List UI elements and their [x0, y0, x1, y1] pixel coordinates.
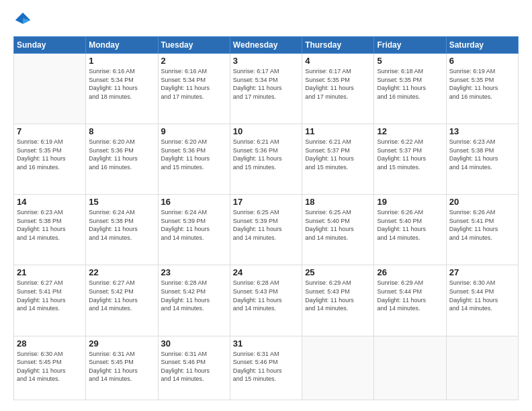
day-info: Sunrise: 6:20 AMSunset: 5:36 PMDaylight:… — [89, 138, 154, 171]
day-number: 24 — [233, 267, 299, 277]
day-info: Sunrise: 6:29 AMSunset: 5:43 PMDaylight:… — [305, 279, 371, 312]
day-number: 23 — [161, 267, 227, 277]
day-info: Sunrise: 6:18 AMSunset: 5:35 PMDaylight:… — [377, 67, 443, 101]
logo — [13, 11, 35, 30]
calendar-cell — [302, 336, 374, 400]
calendar-cell: 10Sunrise: 6:21 AMSunset: 5:36 PMDayligh… — [230, 124, 302, 195]
day-number: 4 — [305, 56, 371, 66]
day-number: 27 — [449, 267, 515, 277]
day-info: Sunrise: 6:22 AMSunset: 5:37 PMDaylight:… — [377, 138, 443, 171]
day-info: Sunrise: 6:16 AMSunset: 5:34 PMDaylight:… — [161, 67, 227, 101]
day-info: Sunrise: 6:26 AMSunset: 5:40 PMDaylight:… — [377, 208, 443, 242]
calendar-cell: 23Sunrise: 6:28 AMSunset: 5:42 PMDayligh… — [158, 265, 230, 336]
day-number: 19 — [377, 197, 443, 207]
day-info: Sunrise: 6:21 AMSunset: 5:37 PMDaylight:… — [305, 138, 371, 171]
day-info: Sunrise: 6:20 AMSunset: 5:36 PMDaylight:… — [161, 138, 227, 171]
calendar-cell: 31Sunrise: 6:31 AMSunset: 5:46 PMDayligh… — [230, 336, 302, 400]
header — [13, 11, 519, 30]
calendar-cell: 9Sunrise: 6:20 AMSunset: 5:36 PMDaylight… — [158, 124, 230, 195]
weekday-header-saturday: Saturday — [446, 37, 518, 54]
day-number: 11 — [305, 126, 371, 136]
day-info: Sunrise: 6:23 AMSunset: 5:38 PMDaylight:… — [17, 208, 83, 242]
day-number: 8 — [89, 126, 154, 136]
week-row-3: 14Sunrise: 6:23 AMSunset: 5:38 PMDayligh… — [14, 195, 519, 265]
day-info: Sunrise: 6:31 AMSunset: 5:46 PMDaylight:… — [161, 350, 227, 383]
day-info: Sunrise: 6:28 AMSunset: 5:42 PMDaylight:… — [161, 279, 227, 312]
day-number: 16 — [161, 197, 227, 207]
day-info: Sunrise: 6:30 AMSunset: 5:45 PMDaylight:… — [17, 350, 83, 383]
day-number: 22 — [89, 267, 154, 277]
day-number: 6 — [449, 56, 515, 66]
day-info: Sunrise: 6:17 AMSunset: 5:35 PMDaylight:… — [305, 67, 371, 101]
calendar-cell: 2Sunrise: 6:16 AMSunset: 5:34 PMDaylight… — [158, 54, 230, 124]
calendar-cell: 4Sunrise: 6:17 AMSunset: 5:35 PMDaylight… — [302, 54, 374, 124]
calendar-cell: 26Sunrise: 6:29 AMSunset: 5:44 PMDayligh… — [374, 265, 446, 336]
day-info: Sunrise: 6:21 AMSunset: 5:36 PMDaylight:… — [233, 138, 299, 171]
day-info: Sunrise: 6:19 AMSunset: 5:35 PMDaylight:… — [449, 67, 515, 101]
calendar-cell — [14, 54, 86, 124]
calendar-cell: 7Sunrise: 6:19 AMSunset: 5:35 PMDaylight… — [14, 124, 86, 195]
calendar-cell: 19Sunrise: 6:26 AMSunset: 5:40 PMDayligh… — [374, 195, 446, 265]
day-number: 30 — [161, 338, 227, 349]
weekday-header-row: SundayMondayTuesdayWednesdayThursdayFrid… — [14, 37, 519, 54]
day-number: 28 — [17, 338, 83, 349]
week-row-2: 7Sunrise: 6:19 AMSunset: 5:35 PMDaylight… — [14, 124, 519, 195]
day-number: 21 — [17, 267, 83, 277]
day-info: Sunrise: 6:30 AMSunset: 5:44 PMDaylight:… — [449, 279, 515, 312]
day-info: Sunrise: 6:26 AMSunset: 5:41 PMDaylight:… — [449, 208, 515, 242]
day-number: 10 — [233, 126, 299, 136]
day-number: 26 — [377, 267, 443, 277]
day-info: Sunrise: 6:31 AMSunset: 5:46 PMDaylight:… — [233, 350, 299, 383]
day-info: Sunrise: 6:28 AMSunset: 5:43 PMDaylight:… — [233, 279, 299, 312]
day-info: Sunrise: 6:25 AMSunset: 5:39 PMDaylight:… — [233, 208, 299, 242]
calendar-cell: 13Sunrise: 6:23 AMSunset: 5:38 PMDayligh… — [446, 124, 518, 195]
weekday-header-thursday: Thursday — [302, 37, 374, 54]
calendar-cell: 5Sunrise: 6:18 AMSunset: 5:35 PMDaylight… — [374, 54, 446, 124]
calendar-cell: 16Sunrise: 6:24 AMSunset: 5:39 PMDayligh… — [158, 195, 230, 265]
day-info: Sunrise: 6:24 AMSunset: 5:38 PMDaylight:… — [89, 208, 154, 242]
day-number: 1 — [89, 56, 154, 66]
calendar-cell: 3Sunrise: 6:17 AMSunset: 5:34 PMDaylight… — [230, 54, 302, 124]
day-number: 9 — [161, 126, 227, 136]
day-info: Sunrise: 6:23 AMSunset: 5:38 PMDaylight:… — [449, 138, 515, 171]
day-info: Sunrise: 6:25 AMSunset: 5:40 PMDaylight:… — [305, 208, 371, 242]
day-number: 14 — [17, 197, 83, 207]
calendar-cell: 12Sunrise: 6:22 AMSunset: 5:37 PMDayligh… — [374, 124, 446, 195]
calendar-cell: 17Sunrise: 6:25 AMSunset: 5:39 PMDayligh… — [230, 195, 302, 265]
day-info: Sunrise: 6:27 AMSunset: 5:42 PMDaylight:… — [89, 279, 154, 312]
day-info: Sunrise: 6:29 AMSunset: 5:44 PMDaylight:… — [377, 279, 443, 312]
calendar-cell: 30Sunrise: 6:31 AMSunset: 5:46 PMDayligh… — [158, 336, 230, 400]
day-number: 20 — [449, 197, 515, 207]
day-number: 15 — [89, 197, 154, 207]
calendar-cell — [374, 336, 446, 400]
calendar-cell: 14Sunrise: 6:23 AMSunset: 5:38 PMDayligh… — [14, 195, 86, 265]
day-number: 13 — [449, 126, 515, 136]
page: SundayMondayTuesdayWednesdayThursdayFrid… — [0, 0, 532, 411]
calendar-cell: 8Sunrise: 6:20 AMSunset: 5:36 PMDaylight… — [86, 124, 158, 195]
day-number: 25 — [305, 267, 371, 277]
calendar-cell: 21Sunrise: 6:27 AMSunset: 5:41 PMDayligh… — [14, 265, 86, 336]
weekday-header-friday: Friday — [374, 37, 446, 54]
calendar-cell: 25Sunrise: 6:29 AMSunset: 5:43 PMDayligh… — [302, 265, 374, 336]
day-number: 3 — [233, 56, 299, 66]
calendar-cell: 11Sunrise: 6:21 AMSunset: 5:37 PMDayligh… — [302, 124, 374, 195]
weekday-header-wednesday: Wednesday — [230, 37, 302, 54]
day-number: 17 — [233, 197, 299, 207]
calendar-cell: 15Sunrise: 6:24 AMSunset: 5:38 PMDayligh… — [86, 195, 158, 265]
day-number: 18 — [305, 197, 371, 207]
calendar-cell: 24Sunrise: 6:28 AMSunset: 5:43 PMDayligh… — [230, 265, 302, 336]
calendar-cell: 1Sunrise: 6:16 AMSunset: 5:34 PMDaylight… — [86, 54, 158, 124]
weekday-header-monday: Monday — [86, 37, 158, 54]
week-row-5: 28Sunrise: 6:30 AMSunset: 5:45 PMDayligh… — [14, 336, 519, 400]
week-row-4: 21Sunrise: 6:27 AMSunset: 5:41 PMDayligh… — [14, 265, 519, 336]
day-info: Sunrise: 6:16 AMSunset: 5:34 PMDaylight:… — [89, 67, 154, 101]
calendar-cell — [446, 336, 518, 400]
day-info: Sunrise: 6:27 AMSunset: 5:41 PMDaylight:… — [17, 279, 83, 312]
week-row-1: 1Sunrise: 6:16 AMSunset: 5:34 PMDaylight… — [14, 54, 519, 124]
day-number: 7 — [17, 126, 83, 136]
calendar-cell: 18Sunrise: 6:25 AMSunset: 5:40 PMDayligh… — [302, 195, 374, 265]
calendar-cell: 28Sunrise: 6:30 AMSunset: 5:45 PMDayligh… — [14, 336, 86, 400]
day-number: 2 — [161, 56, 227, 66]
calendar-cell: 27Sunrise: 6:30 AMSunset: 5:44 PMDayligh… — [446, 265, 518, 336]
logo-icon — [13, 11, 32, 30]
